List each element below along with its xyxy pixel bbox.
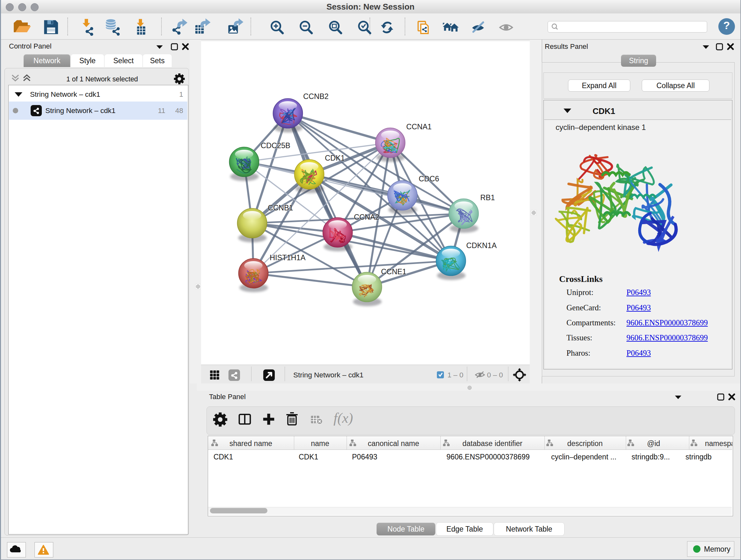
svg-text:RB1: RB1 — [480, 193, 495, 202]
svg-text:CCNB1: CCNB1 — [268, 204, 293, 212]
svg-text:CDC25B: CDC25B — [261, 141, 290, 150]
svg-text:CCNE1: CCNE1 — [381, 267, 407, 276]
svg-text:CDKN1A: CDKN1A — [466, 241, 497, 250]
svg-text:HIST1H1A: HIST1H1A — [270, 253, 306, 262]
svg-text:CCNA2: CCNA2 — [354, 213, 380, 221]
svg-text:CCNB2: CCNB2 — [303, 92, 329, 101]
svg-text:CDK1: CDK1 — [325, 154, 345, 162]
svg-text:CDC6: CDC6 — [419, 175, 439, 183]
svg-text:CCNA1: CCNA1 — [406, 123, 432, 131]
